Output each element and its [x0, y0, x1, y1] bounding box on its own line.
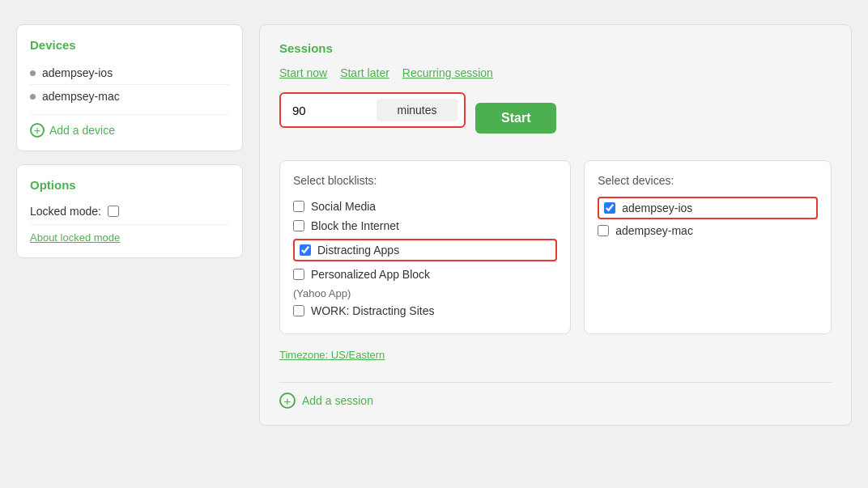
session-tabs: Start now Start later Recurring session [279, 66, 832, 79]
block-internet-checkbox[interactable] [293, 220, 304, 231]
duration-row: 90 minutes [279, 92, 466, 128]
ios-device-checkbox[interactable] [604, 202, 615, 214]
device-item-mac: adempsey-mac [30, 85, 229, 108]
timezone-link[interactable]: Timezone: US/Eastern [279, 349, 385, 361]
about-locked-mode-link[interactable]: About locked mode [30, 225, 120, 244]
work-checkbox[interactable] [293, 305, 304, 316]
tab-start-later[interactable]: Start later [340, 66, 389, 79]
social-media-label: Social Media [311, 200, 376, 213]
options-card: Options Locked mode: About locked mode [16, 164, 243, 258]
blocklist-social-media: Social Media [293, 197, 557, 216]
yahoo-label: (Yahoo App) [293, 284, 557, 301]
device-dot-icon [30, 70, 36, 76]
options-title: Options [30, 178, 229, 192]
mac-device-label: adempsey-mac [615, 224, 693, 237]
distracting-apps-checkbox[interactable] [300, 244, 311, 256]
sessions-title: Sessions [279, 41, 832, 55]
devices-card: Devices adempsey-ios adempsey-mac + Add … [16, 24, 243, 151]
start-button[interactable]: Start [475, 103, 556, 134]
locked-mode-label: Locked mode: [30, 205, 101, 218]
blocklist-card: Select blocklists: Social Media Block th… [279, 160, 571, 334]
add-session-label: Add a session [302, 394, 373, 407]
left-panel: Devices adempsey-ios adempsey-mac + Add … [16, 24, 243, 258]
device-name-mac: adempsey-mac [42, 90, 120, 103]
work-label: WORK: Distracting Sites [311, 304, 434, 317]
device-option-ios: adempsey-ios [598, 197, 818, 219]
personalized-label: Personalized App Block [311, 268, 430, 281]
tab-recurring[interactable]: Recurring session [402, 66, 493, 79]
mac-device-checkbox[interactable] [598, 225, 609, 236]
device-name-ios: adempsey-ios [42, 66, 113, 79]
duration-input[interactable]: 90 [287, 100, 368, 121]
add-session-plus-icon: + [279, 393, 296, 409]
blocklist-work: WORK: Distracting Sites [293, 301, 557, 320]
locked-mode-row: Locked mode: [30, 202, 229, 225]
ios-device-label: adempsey-ios [622, 202, 692, 214]
select-devices-card: Select devices: adempsey-ios adempsey-ma… [584, 160, 832, 334]
plus-circle-icon: + [30, 123, 45, 138]
right-panel: Sessions Start now Start later Recurring… [259, 24, 852, 426]
device-item-ios: adempsey-ios [30, 62, 229, 85]
social-media-checkbox[interactable] [293, 201, 304, 212]
blocklist-distracting-apps: Distracting Apps [293, 239, 557, 261]
tab-start-now[interactable]: Start now [279, 66, 327, 79]
blocklist-personalized: Personalized App Block [293, 265, 557, 284]
locked-mode-checkbox[interactable] [108, 206, 119, 217]
lower-section: Select blocklists: Social Media Block th… [279, 160, 832, 334]
personalized-checkbox[interactable] [293, 269, 304, 280]
device-dot-icon [30, 94, 36, 100]
blocklists-label: Select blocklists: [293, 174, 557, 187]
divider [279, 382, 832, 383]
block-internet-label: Block the Internet [311, 219, 399, 232]
add-device-button[interactable]: + Add a device [30, 114, 229, 138]
distracting-apps-label: Distracting Apps [317, 244, 399, 257]
add-session-button[interactable]: + Add a session [279, 393, 373, 409]
device-option-mac: adempsey-mac [598, 221, 818, 240]
duration-start-row: 90 minutes Start [279, 92, 832, 144]
devices-select-label: Select devices: [598, 174, 818, 187]
duration-unit-button[interactable]: minutes [377, 99, 457, 121]
add-device-label: Add a device [49, 124, 115, 137]
devices-title: Devices [30, 38, 229, 52]
blocklist-block-internet: Block the Internet [293, 216, 557, 236]
